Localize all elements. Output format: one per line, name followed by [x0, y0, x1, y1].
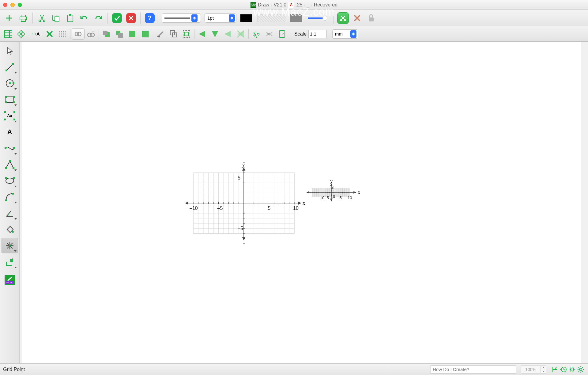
flip-right-muted-button[interactable]: [221, 28, 234, 40]
flip-cross-button[interactable]: [234, 28, 247, 40]
window-titlebar: FXD Draw - V21.0 Z .25 - _ - Recovered: [0, 0, 588, 10]
svg-rect-41: [157, 36, 160, 37]
separator: [290, 29, 290, 39]
y-axis-label: y: [242, 162, 245, 168]
svg-point-28: [63, 36, 64, 37]
svg-rect-12: [369, 17, 374, 21]
add-button[interactable]: [2, 12, 16, 24]
delete-x-button[interactable]: [43, 28, 56, 40]
line-style-dropdown[interactable]: [162, 13, 201, 23]
stroke-color-swatch[interactable]: [240, 14, 252, 22]
document-page[interactable]: y x –10–5510–10–5510 y x: [22, 42, 581, 363]
watermark-z-icon: Z: [288, 2, 294, 8]
svg-point-20: [63, 32, 64, 33]
zoom-stepper[interactable]: [541, 366, 546, 373]
svg-rect-51: [12, 63, 14, 65]
help-search-input[interactable]: [431, 366, 516, 373]
svg-point-22: [59, 34, 60, 35]
ellipse-tool[interactable]: [2, 173, 18, 188]
delete-cut-button[interactable]: [350, 12, 364, 24]
text-label: A: [7, 128, 12, 136]
fill-outline-button[interactable]: [139, 28, 152, 40]
send-backward-button[interactable]: [113, 28, 126, 40]
print-button[interactable]: [17, 12, 30, 24]
svg-rect-57: [13, 96, 15, 98]
svg-rect-8: [69, 14, 71, 16]
circle-tool[interactable]: [2, 75, 18, 91]
transform-sp-button[interactable]: Sp: [263, 28, 276, 40]
bring-forward-button[interactable]: [100, 28, 113, 40]
zoom-window-button[interactable]: [18, 3, 22, 7]
separator: [159, 13, 159, 24]
cut-button[interactable]: [35, 12, 49, 24]
window-title: FXD Draw - V21.0 Z .25 - _ - Recovered: [0, 2, 588, 8]
reject-button[interactable]: [124, 12, 138, 24]
minimize-window-button[interactable]: [10, 3, 15, 7]
history-icon[interactable]: [559, 365, 568, 374]
dot-grid-button[interactable]: [56, 28, 69, 40]
svg-rect-71: [13, 177, 15, 179]
brush-button[interactable]: [154, 28, 167, 40]
paste-button[interactable]: [63, 12, 77, 24]
svg-text:–10: –10: [329, 195, 335, 199]
burst-tool[interactable]: [2, 238, 18, 253]
title-text-left: Draw - V21.0: [258, 2, 286, 8]
arc-tool[interactable]: [2, 189, 18, 205]
coordinate-graph-small[interactable]: y x 10–10–10–5510: [301, 180, 371, 210]
svg-rect-59: [13, 101, 15, 103]
fill-color-swatch[interactable]: [290, 14, 302, 22]
redo-button[interactable]: [92, 12, 105, 24]
opacity-slider[interactable]: [308, 17, 325, 19]
canvas-area[interactable]: y x –10–5510–10–5510 y x: [20, 42, 588, 363]
accept-button[interactable]: [110, 12, 124, 24]
svg-rect-36: [103, 31, 107, 35]
svg-rect-73: [12, 193, 14, 195]
fill-green-button[interactable]: [126, 28, 139, 40]
export-sp-button[interactable]: Sp: [276, 28, 288, 40]
flip-down-button[interactable]: [209, 28, 221, 40]
polygon-tool[interactable]: [2, 157, 18, 172]
svg-point-69: [6, 178, 14, 184]
svg-point-4: [43, 20, 45, 22]
coordinate-graph-large[interactable]: y x –10–5510–10–5510: [178, 162, 307, 244]
line-tool[interactable]: [2, 59, 18, 75]
line-weight-dropdown[interactable]: 1pt: [205, 13, 236, 23]
text-tool[interactable]: A: [2, 124, 18, 140]
link-infinity-button[interactable]: ∞: [85, 28, 97, 40]
sketch-tool[interactable]: FXSK: [2, 272, 18, 288]
group-button[interactable]: [167, 28, 180, 40]
link-loop-button[interactable]: [72, 28, 85, 40]
fill-pattern-swatch[interactable]: [258, 14, 286, 22]
magic-scissors-button[interactable]: [336, 12, 350, 24]
angle-tool[interactable]: [2, 205, 18, 221]
unit-dropdown[interactable]: mm: [332, 29, 358, 39]
undo-button[interactable]: [77, 12, 91, 24]
flip-right-button[interactable]: [196, 28, 209, 40]
isometric-grid-button[interactable]: [15, 28, 28, 40]
svg-text:10: 10: [330, 186, 334, 190]
separator: [248, 29, 249, 39]
graph-small-svg: y x 10–10–10–5510: [301, 180, 371, 210]
lock-layer-tool[interactable]: [2, 254, 18, 270]
title-text-right: .25 - _ - Recovered: [296, 2, 337, 8]
fill-bucket-tool[interactable]: [2, 222, 18, 237]
ungroup-button[interactable]: [180, 28, 193, 40]
sp-variable-button[interactable]: $p: [250, 28, 263, 40]
snap-to-point-button[interactable]: →+A: [28, 28, 40, 40]
text-frame-tool[interactable]: Aa: [2, 108, 18, 123]
svg-point-17: [65, 31, 66, 32]
bug-icon[interactable]: [568, 365, 576, 374]
close-window-button[interactable]: [3, 3, 7, 7]
scale-input[interactable]: [308, 30, 327, 38]
copy-button[interactable]: [49, 12, 63, 24]
pointer-tool[interactable]: [2, 43, 18, 59]
grid-button[interactable]: [2, 28, 15, 40]
dropdown-arrow-icon: [229, 14, 235, 22]
curve-tool[interactable]: [2, 140, 18, 156]
lock-button[interactable]: [364, 12, 378, 24]
help-button[interactable]: ?: [143, 12, 156, 24]
svg-text:∞: ∞: [92, 30, 94, 33]
gear-icon[interactable]: [576, 365, 585, 374]
flag-icon[interactable]: [551, 365, 559, 374]
rectangle-tool[interactable]: [2, 92, 18, 107]
